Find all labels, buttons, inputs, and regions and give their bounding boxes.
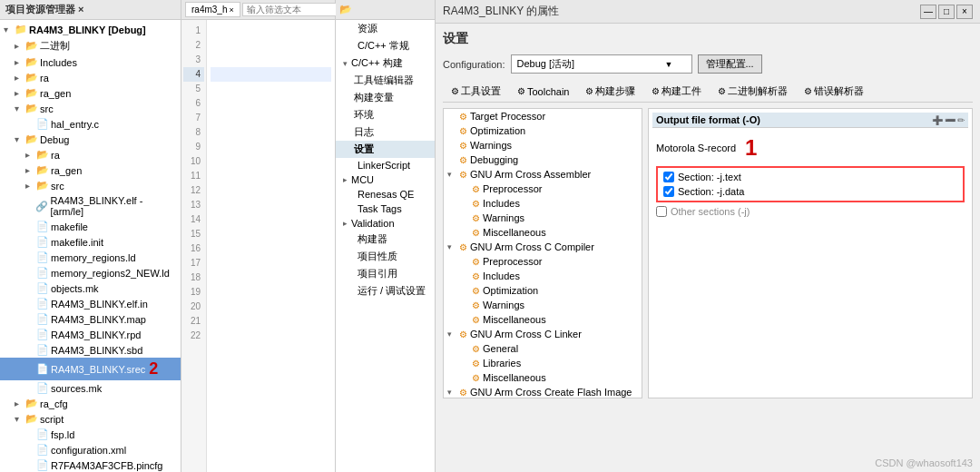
tab-错误解析器[interactable]: ⚙错误解析器	[796, 81, 872, 102]
settings-tree-item-GNU-Arm-Cross-C-Linker[interactable]: ▾⚙GNU Arm Cross C Linker	[444, 327, 642, 341]
editor-tab[interactable]: ra4m3_h ×	[185, 2, 240, 17]
settings-item-label-GNU-Arm-Cross-C-Linker: GNU Arm Cross C Linker	[470, 329, 582, 339]
tree-item-ra_cfg[interactable]: ▸📂ra_cfg	[0, 396, 181, 411]
tree-item-binary[interactable]: ▸📂二进制	[0, 37, 181, 54]
nav-item-设置[interactable]: 设置	[336, 141, 435, 158]
edit-icon[interactable]: ✏	[957, 115, 965, 125]
nav-item-运行-/-调试设置[interactable]: 运行 / 调试设置	[336, 282, 435, 300]
code-line-1	[211, 24, 331, 38]
add-icon[interactable]: ➕	[932, 115, 943, 125]
tree-item-debug-src[interactable]: ▸📂src	[0, 178, 181, 193]
settings-tree-item-Warnings[interactable]: ⚙Warnings	[444, 138, 642, 152]
code-area[interactable]	[207, 20, 335, 472]
close-icon[interactable]: ×	[229, 5, 233, 15]
tree-item-r7fa4m3[interactable]: 📄R7FA4M3AF3CFB.pincfg	[0, 457, 181, 472]
settings-tree-item-Optimization[interactable]: ⚙Optimization	[444, 123, 642, 138]
remove-icon[interactable]: ➖	[945, 115, 956, 125]
settings-tree-item-GNU-Arm-Cross-Create-Flash-Image[interactable]: ▾⚙GNU Arm Cross Create Flash Image	[444, 385, 642, 398]
settings-tree-item-Includes[interactable]: ⚙Includes	[444, 196, 642, 211]
tab-Toolchain[interactable]: ⚙Toolchain	[509, 81, 577, 102]
tree-icon-configuration: 📄	[36, 444, 49, 456]
settings-tree-item-Target-Processor[interactable]: ⚙Target Processor	[444, 109, 642, 123]
filter-input[interactable]	[242, 3, 351, 16]
settings-tree-item-Optimization[interactable]: ⚙Optimization	[444, 283, 642, 298]
tree-item-configuration[interactable]: 📄configuration.xml	[0, 442, 181, 457]
editor-toolbar: ra4m3_h ×	[181, 0, 335, 20]
nav-item-Validation[interactable]: ▸Validation	[336, 216, 435, 231]
tree-item-makefile[interactable]: 📄makefile	[0, 219, 181, 234]
tab-构建步骤[interactable]: ⚙构建步骤	[577, 81, 643, 102]
tab-构建工件[interactable]: ⚙构建工件	[643, 81, 710, 102]
section-jtext-checkbox[interactable]	[663, 172, 674, 182]
settings-tree-item-Miscellaneous[interactable]: ⚙Miscellaneous	[444, 312, 642, 327]
tree-item-memory_regions2[interactable]: 📄memory_regions2_NEW.ld	[0, 265, 181, 280]
minimize-button[interactable]: —	[920, 5, 936, 19]
section-jtext-row: Section: -j.text	[660, 170, 961, 184]
tree-item-blinky-sbd[interactable]: 📄RA4M3_BLINKY.sbd	[0, 342, 181, 358]
nav-item-日志[interactable]: 日志	[336, 123, 435, 141]
tree-item-blinky-elf-in[interactable]: 📄RA4M3_BLINKY.elf.in	[0, 296, 181, 311]
nav-item-项目性质[interactable]: 项目性质	[336, 248, 435, 265]
tree-item-src[interactable]: ▾📂src	[0, 101, 181, 116]
tab-二进制解析器[interactable]: ⚙二进制解析器	[710, 81, 796, 102]
maximize-button[interactable]: □	[938, 5, 955, 19]
tree-item-ra_gen[interactable]: ▸📂ra_gen	[0, 85, 181, 101]
code-line-9	[211, 140, 331, 154]
explorer-header: 项目资源管理器 ×	[0, 0, 181, 20]
settings-tree-item-GNU-Arm-Cross-C-Compiler[interactable]: ▾⚙GNU Arm Cross C Compiler	[444, 240, 642, 254]
config-dropdown[interactable]: Debug [活动] ▼	[511, 54, 692, 74]
nav-item-项目引用[interactable]: 项目引用	[336, 265, 435, 282]
tree-item-makefile-init[interactable]: 📄makefile.init	[0, 234, 181, 250]
line-numbers: 12345678910111213141516171819202122	[181, 20, 207, 472]
tree-item-includes[interactable]: ▸📂Includes	[0, 54, 181, 70]
tree-item-blinky-srec[interactable]: 📄RA4M3_BLINKY.srec2	[0, 358, 181, 380]
tree-item-ra[interactable]: ▸📂ra	[0, 70, 181, 85]
tree-item-debug[interactable]: ▾📂Debug	[0, 132, 181, 147]
tree-item-sources[interactable]: 📄sources.mk	[0, 380, 181, 396]
settings-tree-item-GNU-Arm-Cross-Assembler[interactable]: ▾⚙GNU Arm Cross Assembler	[444, 167, 642, 182]
tree-item-memory_regions[interactable]: 📄memory_regions.ld	[0, 250, 181, 265]
line-number-6: 6	[183, 96, 204, 111]
tree-item-objects[interactable]: 📄objects.mk	[0, 280, 181, 296]
tree-item-script[interactable]: ▾📂script	[0, 411, 181, 427]
tab-工具设置[interactable]: ⚙工具设置	[443, 81, 509, 102]
nav-item-环境[interactable]: 环境	[336, 106, 435, 123]
tree-item-blinky-rpd[interactable]: 📄RA4M3_BLINKY.rpd	[0, 327, 181, 342]
manage-config-button[interactable]: 管理配置...	[698, 54, 762, 74]
settings-tree-item-Preprocessor[interactable]: ⚙Preprocessor	[444, 182, 642, 196]
tree-item-debug-ra_gen[interactable]: ▸📂ra_gen	[0, 162, 181, 178]
properties-panel: Output file format (-O) ➕ ➖ ✏ Motorola S…	[648, 108, 973, 398]
other-sections-checkbox[interactable]	[656, 206, 667, 217]
settings-tree-item-Miscellaneous[interactable]: ⚙Miscellaneous	[444, 370, 642, 385]
settings-item-label-Debugging: Debugging	[470, 154, 518, 165]
nav-item-C/C++-常规[interactable]: C/C++ 常规	[336, 37, 435, 54]
nav-item-MCU[interactable]: ▸MCU	[336, 172, 435, 187]
tab-label-工具设置: 工具设置	[461, 84, 501, 98]
tree-item-debug-ra[interactable]: ▸📂ra	[0, 147, 181, 162]
tree-item-hal_entry[interactable]: 📄hal_entry.c	[0, 116, 181, 132]
settings-tree-item-General[interactable]: ⚙General	[444, 341, 642, 356]
tree-item-ra4m3-blinky[interactable]: ▾📁RA4M3_BLINKY [Debug]	[0, 22, 181, 37]
settings-tree-item-Preprocessor[interactable]: ⚙Preprocessor	[444, 254, 642, 269]
nav-item-工具链编辑器[interactable]: 工具链编辑器	[336, 72, 435, 89]
settings-tree-item-Warnings[interactable]: ⚙Warnings	[444, 298, 642, 312]
settings-tree-item-Includes[interactable]: ⚙Includes	[444, 269, 642, 283]
close-button[interactable]: ×	[956, 5, 973, 19]
settings-tree-item-Debugging[interactable]: ⚙Debugging	[444, 152, 642, 167]
nav-item-Task-Tags[interactable]: Task Tags	[336, 202, 435, 216]
settings-item-label-Target-Processor: Target Processor	[470, 111, 545, 122]
nav-item-资源[interactable]: 资源	[336, 20, 435, 37]
settings-tree-item-Warnings[interactable]: ⚙Warnings	[444, 211, 642, 225]
nav-item-LinkerScript[interactable]: LinkerScript	[336, 158, 435, 172]
nav-item-构建变量[interactable]: 构建变量	[336, 89, 435, 106]
nav-item-Renesas-QE[interactable]: Renesas QE	[336, 187, 435, 202]
tree-item-elf[interactable]: 🔗RA4M3_BLINKY.elf - [arm/le]	[0, 193, 181, 219]
settings-tree-item-Libraries[interactable]: ⚙Libraries	[444, 356, 642, 370]
nav-item-C/C++-构建[interactable]: ▾C/C++ 构建	[336, 54, 435, 72]
settings-tree-item-Miscellaneous[interactable]: ⚙Miscellaneous	[444, 225, 642, 240]
section-jdata-checkbox[interactable]	[663, 186, 674, 197]
tree-item-fsp[interactable]: 📄fsp.ld	[0, 427, 181, 442]
nav-item-构建器[interactable]: 构建器	[336, 231, 435, 248]
nav-label-构建器: 构建器	[358, 232, 387, 246]
tree-item-blinky-map[interactable]: 📄RA4M3_BLINKY.map	[0, 311, 181, 327]
